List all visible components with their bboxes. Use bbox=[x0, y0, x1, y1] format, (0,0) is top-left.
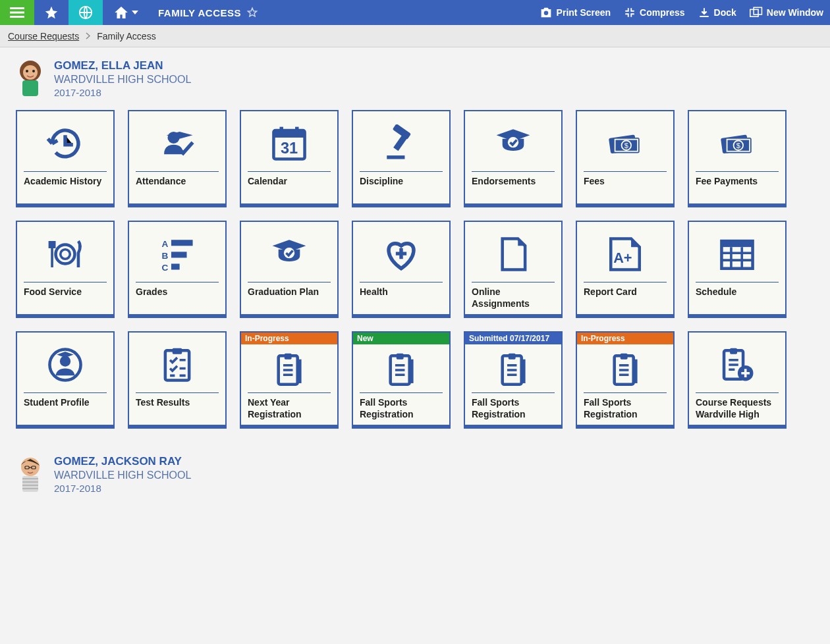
clipboard-icon bbox=[360, 348, 443, 391]
history-icon bbox=[24, 117, 107, 170]
dock-button[interactable]: Dock bbox=[692, 0, 743, 25]
tile-attendance[interactable]: Attendance bbox=[128, 110, 227, 207]
tile-divider bbox=[136, 282, 219, 282]
tile-label: Report Card bbox=[584, 286, 667, 310]
student-avatar bbox=[16, 455, 45, 493]
breadcrumb-current: Family Access bbox=[97, 31, 155, 41]
tile-food-service[interactable]: Food Service bbox=[16, 221, 115, 318]
tile-badge: New bbox=[353, 333, 449, 344]
svg-rect-2 bbox=[750, 9, 758, 16]
tile-fee-payments[interactable]: Fee Payments bbox=[688, 110, 787, 207]
tile-graduation-plan[interactable]: Graduation Plan bbox=[240, 221, 339, 318]
money-icon bbox=[696, 117, 779, 170]
tile-fall-sports-ip[interactable]: In-Progress Fall Sports Registration bbox=[576, 331, 675, 429]
tile-label: Fall Sports Registration bbox=[360, 397, 443, 421]
clipboard-plus-icon bbox=[696, 338, 779, 391]
tile-online-assign[interactable]: Online Assignments bbox=[464, 221, 563, 318]
tile-divider bbox=[136, 171, 219, 172]
tile-divider bbox=[584, 392, 667, 393]
tile-grades[interactable]: Grades bbox=[128, 221, 227, 318]
tile-label: Online Assignments bbox=[472, 286, 555, 310]
globe-button[interactable] bbox=[69, 0, 103, 25]
favorite-star-icon[interactable] bbox=[246, 7, 258, 18]
star-icon bbox=[44, 5, 59, 20]
student-school: WARDVILLE HIGH SCHOOL bbox=[54, 74, 191, 86]
tile-academic-history[interactable]: Academic History bbox=[16, 110, 115, 207]
tile-badge: Submitted 07/17/2017 bbox=[465, 333, 561, 344]
tile-label: Course Requests Wardville High bbox=[696, 397, 779, 421]
tile-fall-sports-sub[interactable]: Submitted 07/17/2017 Fall Sports Registr… bbox=[464, 331, 563, 429]
student-name: GOMEZ, ELLA JEAN bbox=[54, 59, 191, 72]
tile-label: Attendance bbox=[136, 176, 219, 200]
tile-discipline[interactable]: Discipline bbox=[352, 110, 451, 207]
tile-student-profile[interactable]: Student Profile bbox=[16, 331, 115, 429]
clipboard-icon bbox=[472, 348, 555, 391]
tile-course-req[interactable]: Course Requests Wardville High bbox=[688, 331, 787, 429]
favorites-button[interactable] bbox=[34, 0, 69, 25]
content: GOMEZ, ELLA JEAN WARDVILLE HIGH SCHOOL 2… bbox=[0, 47, 830, 518]
checklist-icon bbox=[136, 338, 219, 391]
tile-label: Next Year Registration bbox=[248, 397, 331, 421]
tile-label: Food Service bbox=[24, 286, 107, 310]
tile-report-card[interactable]: Report Card bbox=[576, 221, 675, 318]
camera-icon bbox=[540, 7, 553, 18]
compress-button[interactable]: Compress bbox=[617, 0, 691, 25]
tile-divider bbox=[472, 171, 555, 172]
tile-label: Calendar bbox=[248, 176, 331, 200]
tile-calendar[interactable]: Calendar bbox=[240, 110, 339, 207]
tile-divider bbox=[584, 282, 667, 282]
schedule-icon bbox=[696, 227, 779, 281]
tile-label: Fall Sports Registration bbox=[472, 397, 555, 421]
tile-endorsements[interactable]: Endorsements bbox=[464, 110, 563, 207]
student-avatar bbox=[16, 59, 45, 97]
new-window-button[interactable]: New Window bbox=[743, 0, 830, 25]
tile-label: Health bbox=[360, 286, 443, 310]
breadcrumb-sep-icon bbox=[86, 32, 90, 40]
tile-health[interactable]: Health bbox=[352, 221, 451, 318]
student-year: 2017-2018 bbox=[54, 483, 191, 494]
tile-label: Test Results bbox=[136, 397, 219, 421]
svg-rect-3 bbox=[754, 7, 761, 14]
cap-check-icon bbox=[248, 227, 331, 281]
app-title: FAMILY ACCESS bbox=[158, 7, 241, 18]
topbar: FAMILY ACCESS Print Screen Compress Dock… bbox=[0, 0, 830, 25]
student-year: 2017-2018 bbox=[54, 87, 191, 98]
clipboard-icon bbox=[584, 348, 667, 391]
tile-label: Academic History bbox=[24, 176, 107, 200]
tile-divider bbox=[472, 282, 555, 282]
menu-button[interactable] bbox=[0, 0, 34, 25]
tile-next-year-reg[interactable]: In-Progress Next Year Registration bbox=[240, 331, 339, 429]
student-header: GOMEZ, ELLA JEAN WARDVILLE HIGH SCHOOL 2… bbox=[16, 59, 814, 98]
tile-divider bbox=[696, 282, 779, 282]
tile-label: Fees bbox=[584, 176, 667, 200]
home-button[interactable] bbox=[103, 0, 150, 25]
tile-divider bbox=[24, 392, 107, 393]
tile-divider bbox=[136, 392, 219, 393]
tile-schedule[interactable]: Schedule bbox=[688, 221, 787, 318]
tile-badge: In-Progress bbox=[241, 333, 337, 344]
breadcrumb: Course Requests Family Access bbox=[0, 25, 830, 47]
abc-icon bbox=[136, 227, 219, 281]
breadcrumb-link[interactable]: Course Requests bbox=[8, 31, 79, 41]
compress-icon bbox=[624, 7, 636, 18]
tile-divider bbox=[360, 171, 443, 172]
tile-divider bbox=[584, 171, 667, 172]
svg-point-1 bbox=[543, 11, 548, 16]
student-info: GOMEZ, ELLA JEAN WARDVILLE HIGH SCHOOL 2… bbox=[54, 59, 191, 98]
student-name: GOMEZ, JACKSON RAY bbox=[54, 455, 191, 468]
profile-icon bbox=[24, 338, 107, 391]
tile-divider bbox=[248, 392, 331, 393]
tile-badge: In-Progress bbox=[577, 333, 673, 344]
print-screen-button[interactable]: Print Screen bbox=[533, 0, 617, 25]
tile-label: Graduation Plan bbox=[248, 286, 331, 310]
tile-label: Discipline bbox=[360, 176, 443, 200]
tile-divider bbox=[696, 392, 779, 393]
tile-label: Endorsements bbox=[472, 176, 555, 200]
menu-icon bbox=[10, 7, 24, 18]
tile-test-results[interactable]: Test Results bbox=[128, 331, 227, 429]
tile-fees[interactable]: Fees bbox=[576, 110, 675, 207]
tile-fall-sports-new[interactable]: New Fall Sports Registration bbox=[352, 331, 451, 429]
tile-divider bbox=[360, 282, 443, 282]
student-info: GOMEZ, JACKSON RAY WARDVILLE HIGH SCHOOL… bbox=[54, 455, 191, 494]
student-school: WARDVILLE HIGH SCHOOL bbox=[54, 470, 191, 481]
